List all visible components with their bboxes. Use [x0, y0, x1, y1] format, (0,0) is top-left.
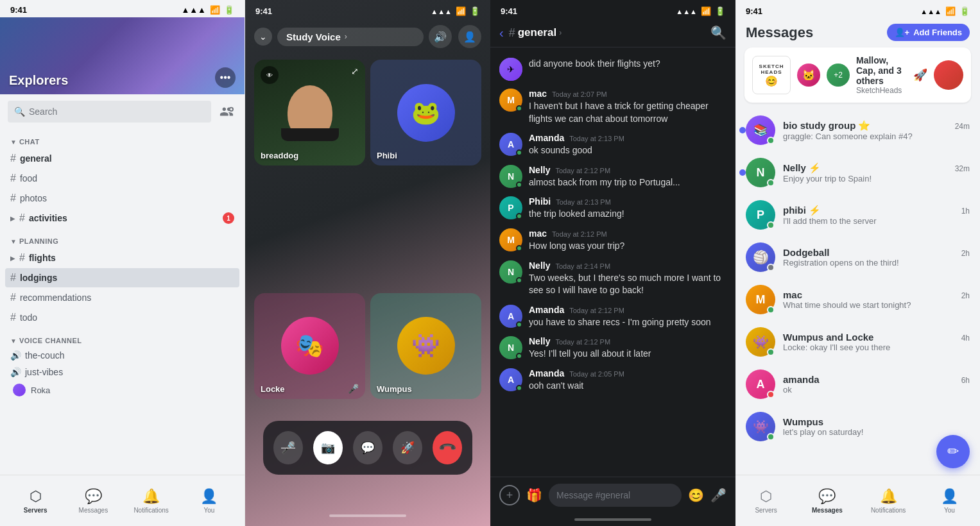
- nav-messages-1[interactable]: 💬 Messages: [64, 488, 122, 514]
- nav-servers-1[interactable]: ⬡ Servers: [6, 488, 64, 514]
- channel-pill[interactable]: Study Voice ›: [277, 28, 424, 46]
- nav-notifications-1[interactable]: 🔔 Notifications: [123, 488, 180, 514]
- channel-name-food: food: [20, 173, 234, 183]
- list-item[interactable]: 🏐 Dodgeball 2h Registration opens on the…: [735, 236, 980, 278]
- voice-call-content: 9:41 ▲▲▲ 📶 🔋 ⌄ Study Voice › 🔊 👤: [245, 0, 490, 526]
- compose-button[interactable]: ✏: [936, 435, 970, 468]
- mute-button[interactable]: 🎤: [273, 431, 303, 464]
- nav-messages-4[interactable]: 💬 Messages: [796, 488, 857, 514]
- channel-recommendations[interactable]: # recommendations: [5, 288, 239, 307]
- hash-icon-recommendations: #: [10, 292, 16, 303]
- hangup-button[interactable]: 📞: [433, 431, 462, 464]
- status-icons-2: ▲▲▲ 📶 🔋: [431, 6, 480, 16]
- chat-input-field[interactable]: Message #general: [549, 484, 682, 507]
- participant-locke: 🎭 Locke 🎤: [254, 293, 365, 399]
- chat-section-header[interactable]: ▼ CHAT: [5, 129, 239, 148]
- msg-author-4: Phibi: [529, 196, 551, 207]
- featured-avatar-extra: +2: [827, 64, 850, 87]
- channel-lodgings[interactable]: # lodgings: [5, 268, 239, 287]
- msg-time-8: Today at 2:12 PM: [555, 338, 610, 346]
- nav-notifications-4[interactable]: 🔔 Notifications: [858, 488, 919, 514]
- list-item[interactable]: P phibi ⚡ 1h I'll add them to the server: [735, 194, 980, 236]
- wifi-icon-1: 📶: [210, 5, 220, 15]
- gift-button[interactable]: 🎁: [526, 488, 542, 503]
- msg-author-6: Nelly: [529, 260, 550, 271]
- channel-flights[interactable]: ▶ # flights: [5, 248, 239, 267]
- participant-name-locke: Locke: [261, 384, 285, 394]
- emoji-button[interactable]: 😊: [688, 488, 704, 503]
- list-item[interactable]: N Nelly ⚡ 32m Enjoy your trip to Spain!: [735, 151, 980, 194]
- plus-button[interactable]: +: [499, 485, 520, 505]
- speaker-button[interactable]: 🔊: [429, 25, 452, 48]
- add-participant-button[interactable]: 👤: [458, 25, 481, 48]
- table-row: N Nelly Today at 2:12 PM almost back fro…: [490, 161, 735, 193]
- channel-activities[interactable]: ▶ # activities 1: [5, 208, 239, 228]
- mute-icon: 🎤: [281, 441, 295, 455]
- time-1: 9:41: [10, 5, 27, 15]
- msg-content-8: Nelly Today at 2:12 PM Yes! I'll tell yo…: [529, 336, 726, 361]
- online-dot-8: [516, 353, 522, 359]
- camera-icon: 📷: [321, 441, 335, 455]
- add-friends-button[interactable]: 👤+ Add Friends: [887, 24, 970, 41]
- list-item[interactable]: M mac 2h What time should we start tonig…: [735, 278, 980, 321]
- featured-card[interactable]: SKETCH HEADS 😊 🐱 +2 Mallow, Cap, and 3 o…: [744, 47, 971, 103]
- screenshare-button[interactable]: 🚀: [393, 431, 422, 464]
- add-friend-icon: [219, 105, 234, 119]
- avatar-stack: +2: [827, 64, 850, 87]
- list-item[interactable]: A amanda 6h ok: [735, 363, 980, 405]
- voice-section-header[interactable]: ▼ VOICE CHANNEL: [5, 328, 239, 347]
- dm-preview-1: Enjoy your trip to Spain!: [783, 174, 970, 183]
- voice-channel-just-vibes[interactable]: 🔊 just-vibes: [5, 364, 239, 380]
- dm-status-7: [767, 433, 775, 441]
- add-friend-button[interactable]: [216, 101, 237, 122]
- back-arrow-button[interactable]: ‹: [499, 26, 504, 40]
- dm-avatar-wrap-3: 🏐: [746, 242, 775, 272]
- search-input[interactable]: 🔍 Search: [8, 101, 211, 123]
- voice-section-label: VOICE CHANNEL: [19, 337, 82, 344]
- status-bar-2: 9:41 ▲▲▲ 📶 🔋: [245, 0, 490, 19]
- avatar-wrap-2: A: [499, 133, 522, 156]
- panel-server-sidebar: 9:41 ▲▲▲ 📶 🔋 Explorers ••• 🔍 Search: [0, 0, 245, 526]
- dm-name-5: Wumpus and Locke: [783, 332, 873, 343]
- wifi-icon-2: 📶: [456, 6, 466, 16]
- channel-todo[interactable]: # todo: [5, 308, 239, 327]
- camera-button[interactable]: 📷: [313, 431, 343, 464]
- dm-name-1: Nelly ⚡: [783, 162, 821, 174]
- participant-name-breaddog: breaddog: [261, 151, 298, 160]
- chat-search-button[interactable]: 🔍: [710, 25, 726, 40]
- roka-avatar: [13, 384, 26, 396]
- dm-time-2: 1h: [961, 207, 970, 216]
- dm-time-3: 2h: [961, 249, 970, 258]
- hash-icon-chat: #: [509, 26, 515, 40]
- servers-icon-1: ⬡: [30, 488, 42, 505]
- dm-header-7: Wumpus: [783, 416, 970, 427]
- chat-button[interactable]: 💬: [353, 431, 383, 464]
- msg-header-4: Phibi Today at 2:13 PM: [529, 196, 726, 207]
- list-item[interactable]: 👾 Wumpus and Locke 4h Locke: okay I'll s…: [735, 321, 980, 363]
- server-banner-overlay: Explorers •••: [0, 61, 245, 94]
- msg-text-3: almost back from my trip to Portugal...: [529, 176, 726, 189]
- nav-you-1[interactable]: 👤 You: [180, 488, 238, 514]
- channel-name-recommendations: recommendations: [20, 293, 234, 303]
- call-back-button[interactable]: ⌄: [254, 28, 272, 46]
- voice-channel-the-couch[interactable]: 🔊 the-couch: [5, 347, 239, 364]
- featured-sub: SketchHeads: [856, 86, 907, 95]
- dm-list: 📚 bio study group ⭐ 24m graggle: Can som…: [735, 109, 980, 475]
- avatar-wrap-5: M: [499, 228, 522, 251]
- chat-section-label: CHAT: [19, 138, 40, 146]
- dm-preview-6: ok: [783, 385, 970, 394]
- nav-you-4[interactable]: 👤 You: [919, 488, 980, 514]
- dm-status-4: [767, 306, 775, 314]
- channel-general[interactable]: # general: [5, 149, 239, 168]
- nav-label-messages-1: Messages: [79, 507, 108, 514]
- add-person-icon: 👤: [463, 31, 476, 43]
- channel-food[interactable]: # food: [5, 169, 239, 188]
- microphone-button[interactable]: 🎤: [710, 488, 726, 503]
- battery-icon-2: 🔋: [470, 6, 480, 16]
- nav-servers-4[interactable]: ⬡ Servers: [735, 488, 796, 514]
- server-menu-button[interactable]: •••: [215, 67, 236, 88]
- list-item[interactable]: 📚 bio study group ⭐ 24m graggle: Can som…: [735, 109, 980, 151]
- channel-photos[interactable]: # photos: [5, 189, 239, 208]
- activities-expand-arrow: ▶: [10, 215, 15, 222]
- planning-section-header[interactable]: ▼ PLANNING: [5, 228, 239, 248]
